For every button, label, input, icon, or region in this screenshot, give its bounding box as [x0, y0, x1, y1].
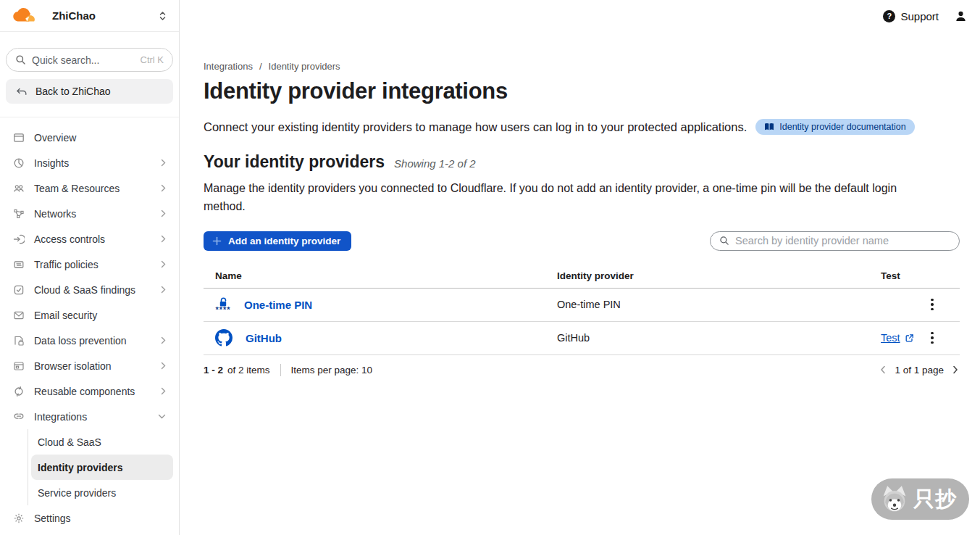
sidebar-item-cloud-saas-findings[interactable]: Cloud & SaaS findings — [6, 277, 173, 302]
integrations-icon — [13, 411, 25, 423]
item-total: of 2 items — [227, 365, 270, 376]
identity-providers-table: Name Identity provider Test **** One-tim… — [204, 270, 960, 355]
sidebar-item-service-providers[interactable]: Service providers — [31, 480, 173, 505]
items-per-page[interactable]: Items per page: 10 — [291, 365, 373, 376]
breadcrumb-separator: / — [259, 61, 262, 72]
one-time-pin-link[interactable]: One-time PIN — [244, 299, 312, 311]
sidebar-item-integrations[interactable]: Integrations — [6, 404, 173, 429]
github-link[interactable]: GitHub — [246, 332, 282, 344]
sidebar-item-settings[interactable]: Settings — [6, 505, 173, 531]
add-identity-provider-button[interactable]: Add an identity provider — [204, 231, 351, 251]
sidebar-nav: Overview Insights Team & Resources — [0, 125, 179, 531]
reusable-components-icon — [13, 386, 25, 397]
sidebar-item-email-security[interactable]: Email security — [6, 302, 173, 328]
external-link-icon — [905, 333, 914, 343]
row-actions-kebab-icon[interactable] — [925, 329, 939, 347]
table-row: GitHub GitHub Test — [204, 322, 960, 355]
test-link[interactable]: Test — [881, 332, 914, 344]
sidebar-header: ZhiChao — [0, 0, 179, 32]
book-icon — [764, 123, 774, 131]
account-name[interactable]: ZhiChao — [52, 9, 96, 22]
back-to-account-button[interactable]: Back to ZhiChao — [6, 79, 173, 104]
provider-search-input[interactable] — [735, 235, 950, 246]
back-button-label: Back to ZhiChao — [35, 86, 111, 97]
watermark-badge: 只抄 — [871, 478, 969, 520]
chevron-right-icon — [161, 387, 166, 395]
main-content: Integrations / Identity providers Identi… — [180, 32, 980, 535]
sidebar-subitem-label: Identity providers — [38, 462, 122, 473]
chevron-right-icon — [161, 184, 166, 192]
provider-search-box[interactable] — [710, 231, 960, 251]
github-icon — [215, 329, 233, 347]
next-page-icon[interactable] — [951, 364, 960, 376]
showing-count: Showing 1-2 of 2 — [394, 157, 476, 170]
search-icon — [15, 54, 26, 65]
team-icon — [13, 183, 25, 194]
gear-icon — [13, 513, 25, 524]
sidebar-item-reusable-components[interactable]: Reusable components — [6, 378, 173, 404]
sidebar-item-team-resources[interactable]: Team & Resources — [6, 175, 173, 201]
cloudflare-logo-icon — [10, 8, 35, 24]
documentation-badge-label: Identity provider documentation — [779, 122, 905, 132]
user-icon[interactable] — [955, 10, 967, 22]
account-switcher-chevrons-icon[interactable] — [156, 9, 169, 23]
provider-type: GitHub — [557, 332, 881, 344]
add-button-label: Add an identity provider — [228, 236, 340, 246]
sidebar-item-overview[interactable]: Overview — [6, 125, 173, 150]
sidebar-item-label: Settings — [34, 513, 71, 524]
sidebar-item-label: Cloud & SaaS findings — [34, 284, 135, 296]
chevron-right-icon — [161, 235, 166, 243]
email-security-icon — [13, 310, 25, 321]
overview-icon — [13, 132, 25, 144]
sidebar-item-browser-isolation[interactable]: Browser isolation — [6, 353, 173, 378]
sidebar-item-data-loss-prevention[interactable]: Data loss prevention — [6, 328, 173, 353]
chevron-right-icon — [161, 210, 166, 217]
row-actions-kebab-icon[interactable] — [925, 296, 939, 314]
pagination: 1 - 2 of 2 items Items per page: 10 1 of… — [204, 364, 960, 376]
previous-page-icon[interactable] — [879, 364, 887, 376]
husky-logo-icon — [879, 484, 910, 515]
search-shortcut-hint: Ctrl K — [141, 54, 164, 65]
browser-isolation-icon — [13, 360, 25, 372]
topbar: ? Support — [180, 0, 980, 32]
chevron-right-icon — [161, 286, 166, 294]
sidebar-item-label: Browser isolation — [34, 360, 112, 372]
sidebar-item-cloud-saas[interactable]: Cloud & SaaS — [31, 429, 173, 455]
provider-type: One-time PIN — [557, 299, 881, 310]
sidebar-item-label: Reusable components — [34, 386, 135, 397]
chevron-right-icon — [161, 159, 166, 167]
documentation-badge[interactable]: Identity provider documentation — [755, 119, 914, 135]
page-title: Identity provider integrations — [204, 78, 960, 104]
cloud-findings-icon — [13, 284, 25, 296]
quick-search-input[interactable] — [32, 54, 135, 66]
column-test: Test — [881, 270, 925, 281]
sidebar-item-label: Integrations — [34, 411, 87, 423]
sidebar-item-insights[interactable]: Insights — [6, 150, 173, 175]
back-arrow-icon — [16, 87, 27, 96]
sidebar-item-identity-providers[interactable]: Identity providers — [31, 455, 173, 480]
access-controls-icon — [13, 233, 25, 245]
networks-icon — [13, 208, 25, 220]
breadcrumb-integrations[interactable]: Integrations — [204, 61, 253, 72]
column-name: Name — [215, 270, 557, 281]
sidebar: ZhiChao Ctrl K Back to ZhiChao — [0, 0, 180, 535]
sidebar-item-traffic-policies[interactable]: Traffic policies — [6, 252, 173, 277]
column-identity-provider: Identity provider — [557, 270, 881, 281]
sidebar-item-label: Access controls — [34, 233, 105, 245]
sidebar-item-access-controls[interactable]: Access controls — [6, 226, 173, 252]
sidebar-item-networks[interactable]: Networks — [6, 201, 173, 226]
support-button[interactable]: ? Support — [883, 10, 939, 22]
breadcrumb-identity-providers[interactable]: Identity providers — [269, 61, 340, 72]
integrations-submenu: Cloud & SaaS Identity providers Service … — [28, 429, 173, 505]
chevron-down-icon — [158, 414, 166, 419]
sidebar-item-label: Overview — [34, 132, 76, 144]
section-description: Manage the identity providers you connec… — [204, 180, 935, 216]
table-header: Name Identity provider Test — [204, 270, 960, 289]
sidebar-item-label: Team & Resources — [34, 183, 120, 194]
chevron-right-icon — [161, 362, 166, 370]
quick-search-box[interactable]: Ctrl K — [6, 48, 173, 72]
item-range: 1 - 2 — [204, 365, 223, 376]
sidebar-subitem-label: Cloud & SaaS — [38, 436, 101, 448]
test-link-label: Test — [881, 332, 900, 344]
sidebar-item-label: Email security — [34, 310, 97, 321]
